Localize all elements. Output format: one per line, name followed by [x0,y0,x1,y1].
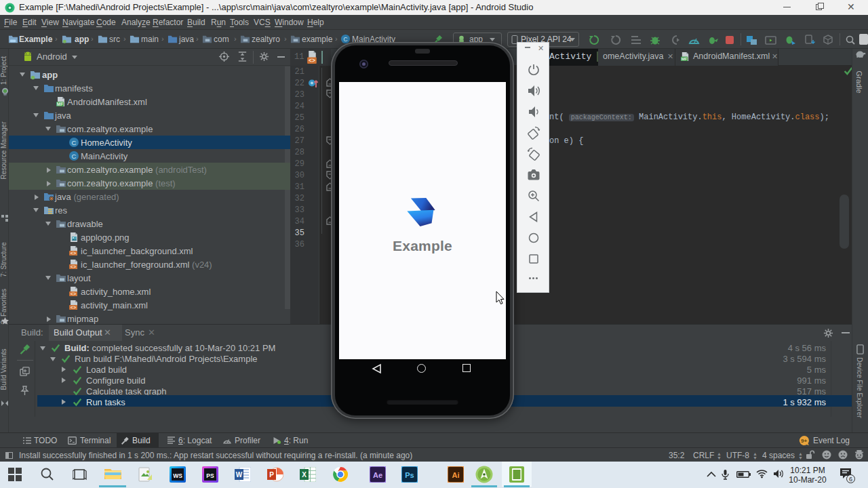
svg-text:P: P [269,471,274,479]
svg-text:<>: <> [71,291,76,297]
svg-text:W: W [236,471,243,479]
svg-text:MF: MF [57,102,63,106]
svg-text:C: C [72,152,77,160]
svg-text:9+: 9+ [801,438,807,444]
svg-text:<>: <> [309,58,315,64]
svg-text:WS: WS [173,472,182,479]
svg-text:MF: MF [682,56,688,61]
svg-text:Ae: Ae [373,471,382,479]
svg-text:C: C [72,139,77,146]
svg-text:X: X [302,471,307,479]
svg-text:Ai: Ai [452,471,460,479]
svg-text:<>: <> [71,264,76,270]
svg-text:C: C [343,36,347,43]
svg-text:<>: <> [71,251,76,256]
svg-text:PS: PS [206,472,214,479]
svg-text:Ps: Ps [405,471,414,479]
svg-text:<>: <> [71,305,76,310]
